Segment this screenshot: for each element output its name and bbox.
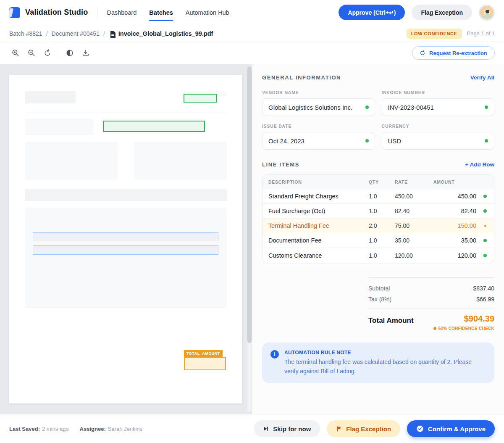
column-qty: QTY	[369, 179, 395, 185]
contrast-icon[interactable]	[63, 47, 76, 59]
footer-bar: Last Saved:2 mins ago Assignee:Sarah Jen…	[0, 414, 504, 443]
column-rate: RATE	[395, 179, 433, 185]
warning-status-dot	[484, 225, 486, 227]
doc-placeholder-block	[25, 142, 118, 179]
doc-placeholder-block	[134, 142, 227, 179]
low-confidence-badge: LOW CONFIDENCE	[407, 29, 462, 39]
avatar-body	[484, 14, 491, 18]
tax-label: Tax (8%)	[368, 296, 391, 303]
document-page: TOTAL_AMOUNT	[9, 75, 242, 403]
main-nav: Dashboard Batches Automation Hub	[107, 7, 229, 18]
doc-placeholder-area	[25, 208, 227, 308]
table-row[interactable]: Documentation Fee 1.0 35.00 35.00	[262, 233, 494, 248]
automation-rule-note: i AUTOMATION RULE NOTE The terminal hand…	[262, 343, 494, 383]
flag-icon	[336, 426, 342, 432]
app-logo-icon	[9, 7, 20, 18]
doc-placeholder-strip	[25, 189, 227, 201]
doc-placeholder-block	[25, 119, 94, 135]
total-amount-tag: TOTAL_AMOUNT	[184, 350, 223, 357]
confidence-check: 62% CONFIDENCE CHECK	[433, 326, 494, 331]
doc-highlight-green[interactable]	[103, 121, 205, 132]
approve-button[interactable]: Approve (Ctrl+↵)	[339, 5, 405, 20]
rotate-icon[interactable]	[41, 47, 54, 59]
column-description: DESCRIPTION	[268, 179, 369, 185]
totals-summary: Subtotal $837.40 Tax (8%) $66.99 Total A…	[368, 277, 494, 331]
doc-highlight-blue[interactable]	[33, 232, 218, 241]
field-label: CURRENCY	[382, 124, 495, 129]
table-row-warning[interactable]: Terminal Handling Fee 2.0 75.00 150.00	[262, 219, 494, 233]
skip-icon	[263, 426, 269, 432]
request-reextraction-button[interactable]: Request Re-extraction	[412, 46, 495, 60]
nav-item-automation-hub[interactable]: Automation Hub	[186, 7, 229, 18]
line-items-table: DESCRIPTION QTY RATE AMOUNT Standard Fre…	[262, 174, 494, 263]
last-saved: Last Saved:2 mins ago	[9, 426, 69, 432]
flag-exception-button[interactable]: Flag Exception	[327, 420, 400, 437]
document-viewer[interactable]: TOTAL_AMOUNT	[0, 64, 252, 414]
viewer-toolbar: Request Re-extraction	[0, 42, 504, 64]
verified-status-dot	[365, 105, 369, 109]
nav-item-batches[interactable]: Batches	[149, 7, 173, 18]
field-currency: CURRENCY USD	[382, 124, 495, 150]
file-icon	[110, 31, 116, 38]
verified-status-dot	[483, 195, 487, 198]
viewer-scrollbar[interactable]	[247, 66, 252, 412]
doc-divider	[25, 113, 227, 113]
breadcrumb-separator: /	[46, 30, 48, 37]
app-title: Validation Studio	[25, 8, 88, 17]
zoom-in-icon[interactable]	[9, 47, 22, 59]
doc-highlight-green[interactable]	[184, 94, 217, 103]
field-invoice-number: INVOICE NUMBER INV-2023-00451	[382, 90, 495, 116]
column-amount: AMOUNT	[433, 179, 476, 185]
check-circle-icon	[416, 425, 424, 432]
verified-status-dot	[483, 254, 487, 257]
field-issue-date: ISSUE DATE Oct 24, 2023	[262, 124, 375, 150]
note-body: The terminal handling fee was calculated…	[284, 358, 486, 376]
breadcrumb-file-name: Invoice_Global_Logistics_99.pdf	[118, 30, 213, 37]
verified-status-dot	[365, 139, 369, 142]
download-icon[interactable]	[79, 47, 92, 59]
page-indicator: Page 1 of 1	[467, 30, 495, 37]
currency-input[interactable]: USD	[382, 132, 495, 150]
doc-highlight-blue[interactable]	[33, 245, 218, 255]
breadcrumb-document[interactable]: Document #00451	[52, 30, 100, 37]
general-info-title: GENERAL INFORMATION	[262, 74, 341, 81]
avatar-head	[486, 10, 489, 13]
doc-placeholder-block	[25, 91, 76, 103]
verified-status-dot	[485, 139, 488, 142]
app-header: Validation Studio Dashboard Batches Auto…	[0, 0, 504, 25]
refresh-icon	[420, 50, 425, 56]
zoom-out-icon[interactable]	[25, 47, 38, 59]
breadcrumb-bar: Batch #8821 / Document #00451 / Invoice_…	[0, 25, 504, 42]
verified-status-dot	[485, 105, 488, 109]
invoice-number-input[interactable]: INV-2023-00451	[382, 98, 495, 116]
table-row[interactable]: Customs Clearance 1.0 120.00 120.00	[262, 248, 494, 263]
subtotal-value: $837.40	[473, 285, 494, 292]
field-label: VENDOR NAME	[262, 90, 375, 95]
total-amount-value: $904.39	[464, 314, 494, 323]
viewer-scrollbar-thumb[interactable]	[247, 66, 252, 343]
confirm-approve-button[interactable]: Confirm & Approve	[407, 420, 495, 437]
table-row[interactable]: Standard Freight Charges 1.0 450.00 450.…	[262, 189, 494, 204]
skip-for-now-button[interactable]: Skip for now	[254, 420, 320, 437]
flag-exception-button-top[interactable]: Flag Exception	[412, 5, 472, 20]
verify-all-link[interactable]: Verify All	[470, 74, 494, 81]
vendor-name-input[interactable]: Global Logistics Solutions Inc.	[262, 98, 375, 116]
assignee: Assignee:Sarah Jenkins	[80, 426, 143, 432]
field-label: INVOICE NUMBER	[382, 90, 495, 95]
issue-date-input[interactable]: Oct 24, 2023	[262, 132, 375, 150]
avatar[interactable]	[479, 5, 495, 21]
nav-item-dashboard[interactable]: Dashboard	[107, 7, 136, 18]
totals-divider	[368, 309, 494, 309]
breadcrumb-separator: /	[103, 30, 105, 37]
verified-status-dot	[483, 209, 487, 213]
total-amount-label: Total Amount	[368, 316, 414, 325]
doc-highlight-orange[interactable]	[184, 357, 226, 370]
tax-value: $66.99	[476, 296, 494, 303]
subtotal-label: Subtotal	[368, 285, 390, 292]
toolbar-divider	[59, 48, 59, 58]
field-label: ISSUE DATE	[262, 124, 375, 129]
table-row[interactable]: Fuel Surcharge (Oct) 1.0 82.40 82.40	[262, 204, 494, 219]
breadcrumb-batch[interactable]: Batch #8821	[9, 30, 42, 37]
verified-status-dot	[483, 239, 487, 242]
add-row-button[interactable]: + Add Row	[465, 161, 494, 168]
